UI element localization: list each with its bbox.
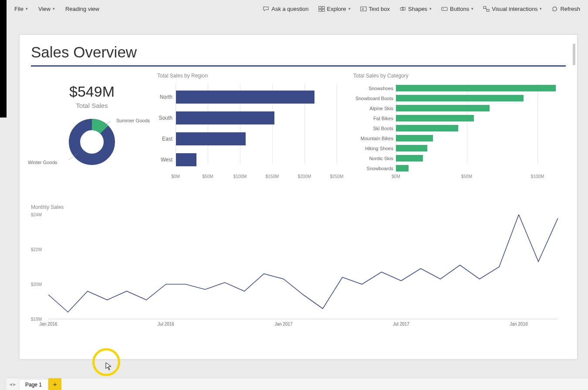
bar-label: East xyxy=(157,136,172,142)
y-tick: $24M xyxy=(31,212,42,217)
donut-svg xyxy=(68,118,116,166)
axis-tick: $150M xyxy=(266,174,279,179)
bar-label: Snowshoes xyxy=(353,86,393,91)
chevron-down-icon: ▾ xyxy=(429,7,432,11)
bar-label: Snowboards xyxy=(353,166,393,171)
buttons-menu[interactable]: Buttons▾ xyxy=(437,4,478,14)
bar-fill[interactable] xyxy=(396,95,524,101)
tab-page-1[interactable]: Page 1 xyxy=(19,379,48,390)
textbox-icon: A xyxy=(360,6,367,12)
explore-menu[interactable]: Explore▾ xyxy=(314,4,355,14)
region-chart-title: Total Sales by Region xyxy=(157,73,349,79)
bar-row: Mountain Bikes xyxy=(353,133,566,143)
svg-rect-10 xyxy=(483,6,486,8)
bar-fill[interactable] xyxy=(396,145,427,151)
region-bar-chart[interactable]: Total Sales by Region $0M$50M$100M$150M$… xyxy=(157,73,349,195)
bar-fill[interactable] xyxy=(396,155,423,161)
chevron-down-icon: ▾ xyxy=(53,7,55,11)
interactions-icon xyxy=(483,6,490,12)
y-tick: $20M xyxy=(31,282,42,287)
axis-tick: $0M xyxy=(171,174,179,179)
bar-fill[interactable] xyxy=(176,91,314,104)
bar-fill[interactable] xyxy=(396,165,409,171)
svg-point-9 xyxy=(443,8,444,9)
top-toolbar: File▾ View▾ Reading view Ask a question … xyxy=(7,0,588,17)
tab-nav-arrows: ◀ ▶ xyxy=(7,378,19,390)
chevron-down-icon: ▾ xyxy=(540,7,542,11)
cursor-icon xyxy=(105,362,112,373)
axis-tick: $250M xyxy=(330,174,344,179)
chevron-down-icon: ▾ xyxy=(26,7,28,11)
bar-fill[interactable] xyxy=(396,135,433,141)
kpi-visual[interactable]: $549M Total Sales Summer Goods Winter Go… xyxy=(31,73,153,195)
x-tick: Jan 2017 xyxy=(274,322,292,326)
line-series[interactable] xyxy=(48,215,558,312)
shapes-icon xyxy=(399,6,406,12)
file-label: File xyxy=(14,6,24,12)
y-tick: $18M xyxy=(31,317,42,322)
svg-rect-2 xyxy=(318,9,321,11)
y-tick: $22M xyxy=(31,247,42,252)
category-chart-title: Total Sales by Category xyxy=(353,73,566,79)
add-page-button[interactable]: + xyxy=(48,378,61,390)
file-menu[interactable]: File▾ xyxy=(10,4,32,14)
bar-fill[interactable] xyxy=(396,85,556,91)
axis-tick: $100M xyxy=(233,174,247,179)
bar-label: Ski Boots xyxy=(353,126,393,131)
svg-text:A: A xyxy=(362,7,364,11)
chevron-down-icon: ▾ xyxy=(471,7,473,11)
x-tick: Jul 2017 xyxy=(393,322,409,326)
buttons-label: Buttons xyxy=(450,6,469,12)
tab-next-icon[interactable]: ▶ xyxy=(13,382,16,387)
bar-fill[interactable] xyxy=(176,153,196,166)
bar-fill[interactable] xyxy=(396,125,458,131)
ask-question-button[interactable]: Ask a question xyxy=(258,4,313,14)
donut-label-winter: Winter Goods xyxy=(28,160,57,165)
bar-row: Ski Boots xyxy=(353,123,566,133)
scrollbar-thumb[interactable] xyxy=(573,44,575,65)
svg-rect-11 xyxy=(487,9,490,11)
line-svg xyxy=(31,215,558,336)
plus-icon: + xyxy=(53,380,57,388)
x-tick: Jan 2016 xyxy=(39,322,57,326)
bar-label: Mountain Bikes xyxy=(353,136,393,141)
bar-row: Snowshoes xyxy=(353,83,566,93)
ask-label: Ask a question xyxy=(271,6,308,12)
x-tick: Jul 2016 xyxy=(158,322,174,326)
bar-row: West xyxy=(157,150,349,169)
axis-tick: $50M xyxy=(461,174,472,179)
bar-fill[interactable] xyxy=(176,132,246,145)
svg-rect-3 xyxy=(322,9,324,11)
refresh-icon xyxy=(551,6,558,12)
view-label: View xyxy=(38,6,51,12)
bar-row: Hiking Shoes xyxy=(353,143,566,153)
refresh-label: Refresh xyxy=(560,6,580,12)
bar-fill[interactable] xyxy=(176,111,274,124)
chat-icon xyxy=(263,6,269,12)
chevron-down-icon: ▾ xyxy=(348,7,351,11)
monthly-line-chart[interactable]: Monthly Sales $24M$22M$20M$18MJan 2016Ju… xyxy=(31,204,566,345)
shapes-label: Shapes xyxy=(408,6,427,12)
bar-row: East xyxy=(157,129,349,148)
page-title: Sales Overview xyxy=(31,44,566,61)
bar-fill[interactable] xyxy=(396,115,474,121)
donut-chart[interactable]: Summer Goods Winter Goods xyxy=(68,118,116,168)
shapes-menu[interactable]: Shapes▾ xyxy=(395,4,436,14)
visual-interactions-menu[interactable]: Visual interactions▾ xyxy=(479,4,546,14)
tab-label: Page 1 xyxy=(25,382,42,388)
textbox-button[interactable]: A Text box xyxy=(356,4,394,14)
view-menu[interactable]: View▾ xyxy=(34,4,59,14)
bar-row: South xyxy=(157,108,349,128)
tab-prev-icon[interactable]: ◀ xyxy=(9,382,12,387)
explore-label: Explore xyxy=(327,6,346,12)
svg-rect-0 xyxy=(318,6,321,8)
category-bar-chart[interactable]: Total Sales by Category $0M$50M$100MSnow… xyxy=(353,73,566,195)
vi-label: Visual interactions xyxy=(492,6,537,12)
bar-fill[interactable] xyxy=(396,105,490,111)
bar-row: Snowboard Boots xyxy=(353,93,566,103)
report-canvas: Sales Overview $549M Total Sales Summer … xyxy=(20,35,577,359)
refresh-button[interactable]: Refresh xyxy=(547,4,585,14)
reading-view-button[interactable]: Reading view xyxy=(61,4,104,14)
svg-rect-8 xyxy=(442,7,447,10)
bar-label: South xyxy=(157,115,172,121)
